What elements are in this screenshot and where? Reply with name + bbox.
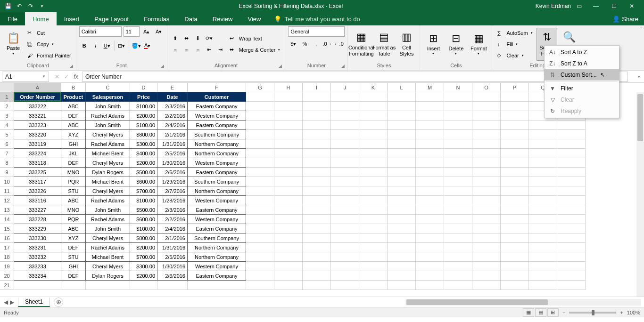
cell[interactable] bbox=[416, 271, 444, 281]
cell[interactable]: XYZ bbox=[61, 233, 86, 243]
cell[interactable] bbox=[359, 149, 388, 158]
cell[interactable] bbox=[274, 121, 303, 130]
cell[interactable] bbox=[416, 281, 444, 290]
cell[interactable] bbox=[331, 130, 359, 139]
cell[interactable]: 333231 bbox=[14, 243, 61, 252]
cell[interactable]: 333227 bbox=[14, 205, 61, 215]
cell[interactable] bbox=[303, 111, 331, 121]
cell[interactable]: Dylan Rogers bbox=[86, 271, 130, 281]
cell[interactable] bbox=[472, 233, 501, 243]
cell[interactable] bbox=[331, 102, 359, 111]
italic-button[interactable]: I bbox=[91, 40, 101, 51]
cell[interactable]: 1/29/2016 bbox=[157, 177, 188, 186]
cell[interactable] bbox=[444, 121, 472, 130]
cell[interactable]: 333221 bbox=[14, 111, 61, 121]
cell[interactable] bbox=[246, 139, 274, 149]
cell[interactable]: Western Company bbox=[188, 215, 246, 224]
cell[interactable] bbox=[529, 252, 557, 262]
cell[interactable]: $100.00 bbox=[130, 121, 157, 130]
cell[interactable] bbox=[274, 149, 303, 158]
cell[interactable] bbox=[557, 262, 586, 271]
cell[interactable] bbox=[359, 252, 388, 262]
cell[interactable]: Eastern Company bbox=[188, 271, 246, 281]
align-bottom-icon[interactable]: ⬇ bbox=[193, 33, 203, 44]
row-header[interactable]: 21 bbox=[0, 281, 14, 290]
format-as-table-button[interactable]: ▤Format as Table bbox=[373, 28, 394, 61]
column-header[interactable]: E bbox=[157, 83, 188, 92]
column-header[interactable]: O bbox=[472, 83, 501, 92]
cell[interactable] bbox=[529, 215, 557, 224]
cell[interactable] bbox=[359, 158, 388, 168]
cell[interactable] bbox=[331, 186, 359, 196]
cell[interactable] bbox=[501, 102, 529, 111]
row-header[interactable]: 4 bbox=[0, 121, 14, 130]
cell[interactable] bbox=[274, 102, 303, 111]
decrease-decimal-icon[interactable]: ←.0 bbox=[334, 39, 344, 49]
cell[interactable] bbox=[331, 271, 359, 281]
cell[interactable]: $400.00 bbox=[130, 149, 157, 158]
cell[interactable] bbox=[246, 186, 274, 196]
tell-me-search[interactable]: 💡 Tell me what you want to do bbox=[268, 12, 607, 25]
column-header[interactable]: A bbox=[14, 83, 61, 92]
cell[interactable] bbox=[274, 252, 303, 262]
increase-decimal-icon[interactable]: .0→ bbox=[322, 39, 332, 49]
cell[interactable]: $200.00 bbox=[130, 243, 157, 252]
cell[interactable]: ABC bbox=[61, 196, 86, 205]
dialog-launcher-icon[interactable]: ◢ bbox=[341, 64, 345, 68]
cell[interactable] bbox=[529, 168, 557, 177]
cell[interactable] bbox=[388, 102, 416, 111]
cell[interactable]: 1/31/2016 bbox=[157, 243, 188, 252]
zoom-level[interactable]: 100% bbox=[627, 310, 640, 315]
cell[interactable] bbox=[501, 224, 529, 233]
cell[interactable] bbox=[444, 130, 472, 139]
cell[interactable]: Cheryl Myers bbox=[86, 186, 130, 196]
cell[interactable]: Western Company bbox=[188, 196, 246, 205]
cell[interactable] bbox=[557, 149, 586, 158]
font-size-input[interactable] bbox=[124, 26, 140, 37]
cell[interactable]: $300.00 bbox=[130, 139, 157, 149]
cell[interactable] bbox=[529, 224, 557, 233]
row-header[interactable]: 7 bbox=[0, 149, 14, 158]
cell[interactable] bbox=[388, 177, 416, 186]
tab-view[interactable]: View bbox=[240, 12, 268, 25]
cell[interactable]: John Smith bbox=[86, 224, 130, 233]
row-header[interactable]: 13 bbox=[0, 205, 14, 215]
cell[interactable] bbox=[303, 243, 331, 252]
cell[interactable] bbox=[444, 224, 472, 233]
column-header[interactable]: K bbox=[359, 83, 388, 92]
table-header-cell[interactable]: Order Number bbox=[14, 92, 61, 102]
cell[interactable] bbox=[303, 262, 331, 271]
cell[interactable]: STU bbox=[61, 252, 86, 262]
cell[interactable]: 2/1/2016 bbox=[157, 130, 188, 139]
undo-icon[interactable]: ↶ bbox=[15, 2, 24, 10]
cell[interactable] bbox=[246, 102, 274, 111]
row-header[interactable]: 15 bbox=[0, 224, 14, 233]
cell[interactable] bbox=[416, 121, 444, 130]
cell[interactable] bbox=[359, 121, 388, 130]
cell[interactable] bbox=[303, 177, 331, 186]
cell[interactable] bbox=[501, 139, 529, 149]
cell[interactable] bbox=[274, 158, 303, 168]
cell[interactable] bbox=[557, 243, 586, 252]
minimize-button[interactable]: — bbox=[587, 1, 604, 11]
zoom-in-button[interactable]: + bbox=[620, 310, 623, 315]
cell[interactable] bbox=[472, 92, 501, 102]
close-button[interactable]: ✕ bbox=[623, 1, 640, 11]
cell[interactable] bbox=[359, 92, 388, 102]
filter-item[interactable]: ▼Filter bbox=[545, 83, 619, 94]
cell[interactable] bbox=[331, 177, 359, 186]
cell[interactable]: 333119 bbox=[14, 139, 61, 149]
cell[interactable] bbox=[14, 281, 61, 290]
cell[interactable]: $500.00 bbox=[130, 205, 157, 215]
column-header[interactable]: D bbox=[130, 83, 157, 92]
decrease-indent-icon[interactable]: ⇤ bbox=[204, 45, 215, 55]
cell[interactable]: 333220 bbox=[14, 130, 61, 139]
cell[interactable] bbox=[331, 121, 359, 130]
cell[interactable] bbox=[444, 158, 472, 168]
clear-button[interactable]: ◇Clear▾ bbox=[495, 50, 534, 61]
cell[interactable] bbox=[388, 243, 416, 252]
cell[interactable] bbox=[501, 168, 529, 177]
expand-formula-icon[interactable]: ▾ bbox=[636, 74, 642, 79]
comma-icon[interactable]: , bbox=[311, 39, 321, 49]
row-header[interactable]: 5 bbox=[0, 130, 14, 139]
